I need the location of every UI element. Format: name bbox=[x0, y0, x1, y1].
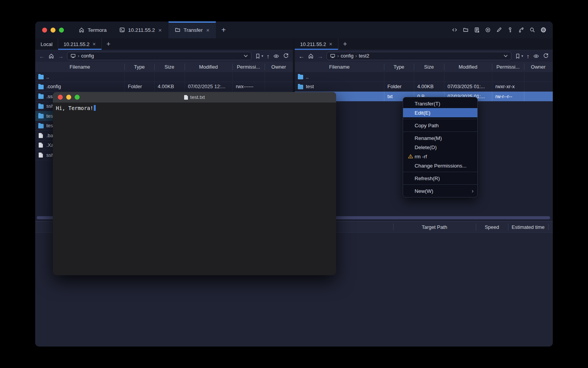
subtab-label: 10.211.55.2 bbox=[64, 41, 90, 47]
path-bar[interactable]: › config › test2 bbox=[327, 52, 511, 60]
column-header[interactable]: Size bbox=[154, 62, 185, 72]
new-subtab-button[interactable]: + bbox=[338, 38, 352, 50]
menu-item[interactable]: Rename(M) bbox=[403, 133, 477, 143]
menu-item[interactable]: Edit(E) bbox=[403, 108, 477, 117]
column-header[interactable]: Filename bbox=[35, 62, 124, 72]
home-icon[interactable] bbox=[308, 53, 314, 59]
file-owner bbox=[524, 72, 552, 82]
new-tab-button[interactable]: + bbox=[216, 21, 231, 38]
tab-transfer[interactable]: Transfer × bbox=[168, 21, 216, 38]
menu-item[interactable]: Copy Path bbox=[403, 121, 477, 130]
file-type: Folder bbox=[124, 82, 154, 92]
path-segment[interactable]: config bbox=[341, 53, 353, 59]
subtab-local[interactable]: Local bbox=[35, 38, 58, 50]
record-icon[interactable] bbox=[485, 27, 491, 33]
column-header[interactable]: Permissi... bbox=[492, 62, 524, 72]
file-size: 4.00KB bbox=[154, 82, 185, 92]
table-row[interactable]: .. bbox=[295, 72, 553, 82]
folder-icon bbox=[38, 94, 44, 99]
column-header[interactable]: Owner bbox=[265, 62, 293, 72]
home-icon bbox=[78, 27, 85, 33]
computer-icon bbox=[70, 53, 76, 59]
column-header[interactable]: Owner bbox=[524, 62, 552, 72]
show-hidden-eye-icon[interactable] bbox=[533, 53, 539, 59]
menu-item[interactable]: New(W)› bbox=[403, 186, 477, 196]
key-icon[interactable] bbox=[507, 27, 513, 33]
close-tab-icon[interactable]: × bbox=[158, 27, 162, 33]
close-tab-icon[interactable]: × bbox=[329, 41, 333, 47]
forward-icon[interactable]: → bbox=[317, 53, 323, 59]
refresh-icon[interactable] bbox=[543, 53, 549, 59]
column-header[interactable]: Modified bbox=[185, 62, 232, 72]
branch-icon[interactable] bbox=[518, 27, 524, 33]
chevron-down-icon[interactable] bbox=[503, 54, 508, 58]
subtab-host[interactable]: 10.211.55.2 × bbox=[295, 38, 338, 50]
table-row[interactable]: .. bbox=[35, 72, 293, 82]
upload-icon[interactable]: ↑ bbox=[267, 53, 270, 59]
menu-item-label: Transfer(T) bbox=[415, 101, 440, 107]
upload-icon[interactable]: ↑ bbox=[527, 53, 530, 59]
column-header[interactable]: Speed bbox=[476, 222, 508, 232]
back-icon[interactable]: ← bbox=[299, 53, 304, 59]
table-row[interactable]: .config Folder 4.00KB 07/02/2025 12:... … bbox=[35, 82, 293, 92]
back-icon[interactable]: ← bbox=[39, 53, 45, 59]
window-controls bbox=[35, 21, 72, 38]
menu-item[interactable]: Refresh(R) bbox=[403, 174, 477, 183]
left-table-header: FilenameTypeSizeModifiedPermissi...Owner bbox=[35, 62, 293, 72]
warning-icon bbox=[406, 154, 415, 159]
minimize-window-button[interactable] bbox=[51, 28, 56, 33]
column-header[interactable]: Estimated time bbox=[508, 222, 548, 232]
document-icon[interactable] bbox=[474, 27, 480, 33]
show-hidden-eye-icon[interactable] bbox=[273, 53, 279, 59]
file-name: .config bbox=[46, 84, 61, 89]
bookmark-control[interactable]: ▾ bbox=[515, 53, 523, 59]
file-icon bbox=[39, 143, 43, 148]
new-subtab-button[interactable]: + bbox=[102, 38, 115, 50]
menu-item[interactable]: rm -rf bbox=[403, 152, 477, 161]
folder-icon bbox=[175, 27, 181, 33]
path-bar[interactable]: › config bbox=[67, 52, 252, 60]
menu-item[interactable]: Change Permissions... bbox=[403, 161, 477, 170]
close-tab-icon[interactable]: × bbox=[92, 41, 96, 47]
folder-icon bbox=[298, 75, 303, 79]
refresh-icon[interactable] bbox=[283, 53, 289, 59]
code-icon[interactable] bbox=[451, 27, 458, 33]
path-segment[interactable]: test2 bbox=[359, 53, 369, 59]
bookmark-control[interactable]: ▾ bbox=[255, 53, 263, 59]
file-type bbox=[384, 72, 414, 82]
tab-termora[interactable]: Termora bbox=[72, 21, 113, 38]
column-header[interactable]: Filename bbox=[295, 62, 384, 72]
folder-icon[interactable] bbox=[462, 27, 469, 33]
subtab-host[interactable]: 10.211.55.2 × bbox=[58, 38, 102, 50]
tab-host-terminal[interactable]: 10.211.55.2 × bbox=[113, 21, 168, 38]
column-header[interactable]: Permissi... bbox=[232, 62, 265, 72]
chevron-down-icon[interactable] bbox=[243, 54, 248, 58]
table-row[interactable]: test Folder 4.00KB 07/03/2025 01:... rwx… bbox=[295, 82, 553, 92]
editor-content[interactable]: Hi, Termora! bbox=[53, 103, 336, 113]
file-permissions: rw-r--r-- bbox=[492, 92, 524, 101]
search-icon[interactable] bbox=[529, 27, 536, 33]
menu-item[interactable]: Delete(D) bbox=[403, 143, 477, 152]
settings-icon[interactable] bbox=[540, 27, 547, 33]
path-segment[interactable]: config bbox=[81, 53, 94, 59]
menu-item-label: Delete(D) bbox=[415, 145, 437, 150]
forward-icon[interactable]: → bbox=[58, 53, 64, 59]
close-tab-icon[interactable]: × bbox=[206, 27, 210, 33]
editor-title-text: test.txt bbox=[190, 94, 205, 100]
editor-text: Hi, Termora! bbox=[56, 105, 93, 111]
column-header[interactable]: Modified bbox=[444, 62, 492, 72]
pencil-icon[interactable] bbox=[496, 27, 502, 33]
close-window-button[interactable] bbox=[42, 28, 47, 33]
right-table-header: FilenameTypeSizeModifiedPermissi...Owner bbox=[295, 62, 553, 72]
menu-separator bbox=[403, 131, 477, 132]
column-header[interactable] bbox=[548, 222, 553, 232]
column-header[interactable]: Target Path bbox=[393, 222, 476, 232]
menu-separator bbox=[403, 184, 477, 185]
zoom-window-button[interactable] bbox=[59, 28, 64, 33]
column-header[interactable]: Type bbox=[124, 62, 154, 72]
menu-item[interactable]: Transfer(T) bbox=[403, 99, 477, 108]
column-header[interactable]: Size bbox=[414, 62, 444, 72]
column-header[interactable]: Type bbox=[384, 62, 414, 72]
home-icon[interactable] bbox=[48, 53, 54, 59]
left-panel-toolbar: ← → › config bbox=[35, 50, 293, 62]
